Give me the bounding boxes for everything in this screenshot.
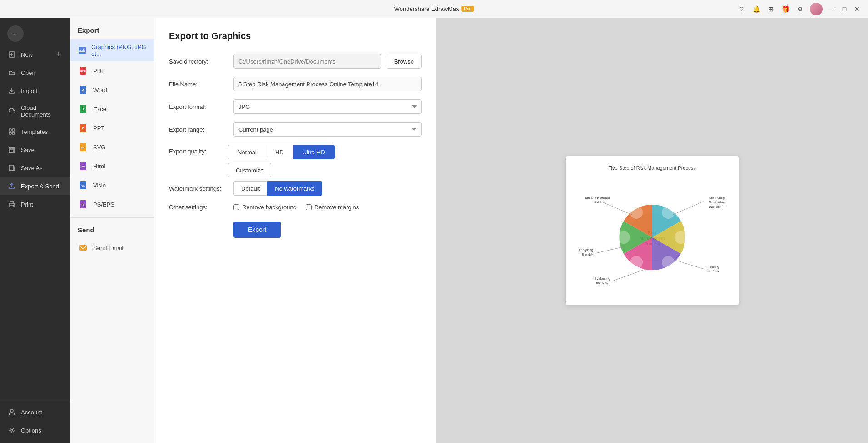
sidebar-item-import[interactable]: Import [0, 82, 70, 100]
options-icon [7, 426, 16, 435]
close-button[interactable]: ✕ [853, 5, 861, 13]
remove-margins-input[interactable] [306, 204, 312, 210]
svg-line-54 [614, 269, 645, 281]
templates-icon [7, 127, 16, 136]
export-quality-row: Export quality: Normal HD Ultra HD Custo… [169, 145, 422, 177]
svg-rect-4 [12, 129, 15, 131]
svg-text:VS: VS [81, 184, 85, 187]
svg-text:risks: risks [594, 200, 601, 204]
avatar[interactable] [810, 3, 823, 15]
sidebar-item-print[interactable]: Print [0, 195, 70, 213]
export-item-word[interactable]: W Word [70, 80, 154, 99]
bell-icon[interactable]: 🔔 [752, 5, 761, 14]
gift-icon[interactable]: 🎁 [781, 5, 790, 14]
preview-area: Five Step of Risk Management Process Ris… [436, 18, 868, 443]
watermark-default-button[interactable]: Default [233, 181, 267, 196]
svg-text:Identify Potential: Identify Potential [585, 196, 610, 200]
svg-text:P: P [82, 127, 84, 130]
other-settings-row: Other settings: Remove background Remove… [169, 204, 422, 211]
pro-badge: Pro [462, 6, 474, 12]
app-body: ← New + Open Import Cloud Documents [0, 18, 868, 443]
file-name-row: File Name: [169, 77, 422, 91]
svg-text:SVG: SVG [81, 146, 86, 149]
svg-rect-15 [79, 47, 86, 54]
quality-hd-button[interactable]: HD [266, 145, 293, 159]
export-item-excel[interactable]: X Excel [70, 99, 154, 118]
sidebar-item-save-as[interactable]: Save As [0, 159, 70, 177]
browse-button[interactable]: Browse [387, 54, 422, 69]
export-item-ppt[interactable]: P PPT [70, 118, 154, 138]
export-item-excel-label: Excel [93, 106, 108, 113]
file-name-input[interactable] [233, 77, 422, 91]
svg-text:the Risk: the Risk [707, 269, 719, 273]
remove-margins-label: Remove margins [314, 204, 359, 211]
export-item-pseps[interactable]: PS PS/EPS [70, 195, 154, 214]
ppt-icon: P [78, 123, 89, 133]
svg-point-14 [11, 429, 13, 431]
sidebar-item-options[interactable]: Options [0, 421, 70, 439]
export-button[interactable]: Export [233, 222, 281, 238]
svg-text:Treating: Treating [707, 265, 719, 269]
remove-background-input[interactable] [233, 204, 239, 210]
maximize-button[interactable]: □ [841, 5, 848, 13]
back-button[interactable]: ← [7, 25, 24, 42]
sidebar-item-save[interactable]: Save [0, 141, 70, 159]
export-item-visio[interactable]: VS Visio [70, 176, 154, 195]
export-item-visio-label: Visio [93, 182, 106, 189]
html-icon: HTML [78, 161, 89, 172]
diagram-svg: Risk Management Process [575, 176, 729, 294]
checkbox-group: Remove background Remove margins [233, 204, 359, 211]
svg-icon: SVG [78, 142, 89, 153]
sidebar-item-options-label: Options [21, 427, 41, 434]
watermark-row: Watermark settings: Default No watermark… [169, 181, 422, 196]
svg-point-42 [617, 231, 630, 244]
export-range-label: Export range: [169, 126, 228, 133]
save-directory-input[interactable] [233, 54, 381, 69]
export-item-graphics-label: Graphics (PNG, JPG et... [91, 44, 147, 57]
export-item-send-email[interactable]: Send Email [70, 238, 154, 257]
export-quality-label: Export quality: [169, 145, 228, 155]
export-format-row: Export format: JPG PNG BMP GIF TIFF [169, 99, 422, 114]
export-item-graphics[interactable]: Graphics (PNG, JPG et... [70, 39, 154, 61]
customize-button[interactable]: Customize [228, 163, 271, 177]
svg-point-39 [675, 231, 687, 244]
graphics-icon [78, 45, 87, 56]
print-icon [7, 200, 16, 209]
export-panel: Export Graphics (PNG, JPG et... PDF PDF … [70, 18, 154, 443]
help-icon[interactable]: ? [737, 5, 746, 14]
grid-icon[interactable]: ⊞ [766, 5, 775, 14]
sidebar-item-new[interactable]: New + [0, 45, 70, 64]
remove-margins-checkbox[interactable]: Remove margins [306, 204, 359, 211]
export-range-select[interactable]: Current page All pages Selected shapes [233, 122, 422, 137]
sidebar-item-export[interactable]: Export & Send [0, 177, 70, 195]
new-add-icon[interactable]: + [54, 50, 63, 59]
quality-ultra-hd-button[interactable]: Ultra HD [293, 145, 335, 159]
word-icon: W [78, 84, 89, 95]
sidebar-item-cloud[interactable]: Cloud Documents [0, 100, 70, 123]
export-item-pdf-label: PDF [93, 68, 105, 74]
svg-point-16 [83, 48, 85, 50]
export-item-svg[interactable]: SVG SVG [70, 138, 154, 157]
svg-text:HTML: HTML [80, 165, 86, 168]
export-format-select[interactable]: JPG PNG BMP GIF TIFF [233, 99, 422, 114]
export-item-svg-label: SVG [93, 144, 105, 151]
svg-text:the risk: the risk [582, 252, 593, 256]
titlebar-center: Wondershare EdrawMax Pro [394, 5, 474, 12]
import-icon [7, 86, 16, 95]
sidebar-item-account[interactable]: Account [0, 403, 70, 421]
sidebar-item-open[interactable]: Open [0, 64, 70, 82]
save-as-icon [7, 163, 16, 172]
svg-line-44 [600, 201, 632, 215]
export-item-pdf[interactable]: PDF PDF [70, 61, 154, 80]
svg-rect-12 [10, 202, 14, 204]
export-item-html[interactable]: HTML Html [70, 157, 154, 176]
watermark-no-button[interactable]: No watermarks [267, 181, 322, 196]
remove-background-checkbox[interactable]: Remove background [233, 204, 297, 211]
minimize-button[interactable]: — [828, 5, 835, 13]
export-icon [7, 182, 16, 191]
preview-card: Five Step of Risk Management Process Ris… [566, 156, 739, 305]
export-item-send-email-label: Send Email [93, 245, 123, 251]
sidebar-item-templates[interactable]: Templates [0, 123, 70, 141]
settings-icon[interactable]: ⚙ [795, 5, 804, 14]
quality-normal-button[interactable]: Normal [228, 145, 266, 159]
